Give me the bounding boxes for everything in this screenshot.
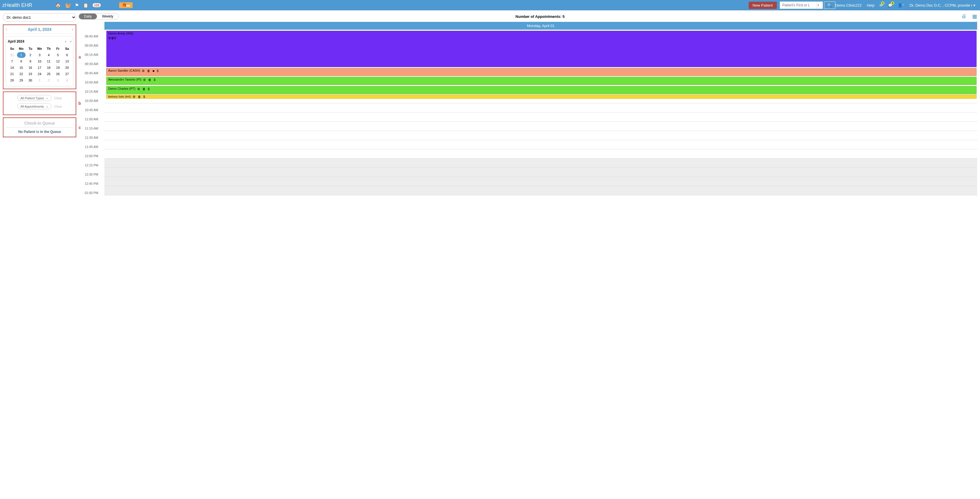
- cal-day[interactable]: 23: [26, 71, 35, 77]
- cal-day[interactable]: 24: [35, 71, 44, 77]
- cal-day[interactable]: 16: [26, 65, 35, 70]
- grid-line[interactable]: [105, 177, 977, 186]
- mail-icon[interactable]: ✉0: [880, 3, 883, 8]
- cal-day[interactable]: 11: [44, 58, 53, 64]
- cal-day[interactable]: 8: [17, 58, 25, 64]
- clear-appointment[interactable]: Clear: [54, 105, 62, 108]
- trash-icon[interactable]: 🗑: [138, 95, 141, 99]
- patient-type-filter[interactable]: All Patient Types⌄: [17, 95, 51, 101]
- grid-line[interactable]: [105, 159, 977, 168]
- dollar-icon[interactable]: $: [154, 78, 155, 82]
- gear-icon[interactable]: ⚙: [137, 87, 140, 91]
- cal-prev-icon[interactable]: ‹: [65, 40, 66, 43]
- gear-icon[interactable]: ⚙: [143, 78, 146, 82]
- trash-icon[interactable]: 🗑: [142, 87, 146, 91]
- appointment-block[interactable]: Alessandro Taranto (PI)⚙🗑$: [106, 77, 977, 85]
- time-slot: 08:45 AM: [78, 30, 105, 39]
- cal-day[interactable]: 28: [8, 77, 16, 83]
- clipboard-icon[interactable]: 📋: [83, 3, 89, 8]
- grid-line[interactable]: [105, 186, 977, 195]
- weekly-toggle[interactable]: Weekly: [97, 14, 119, 19]
- help-link[interactable]: Help: [867, 3, 874, 8]
- dollar-icon[interactable]: $: [143, 95, 145, 99]
- notification-badge[interactable]: 122: [93, 3, 101, 7]
- trash-icon[interactable]: 🗑: [111, 36, 114, 40]
- gear-icon[interactable]: ⚙: [133, 95, 135, 99]
- search-button[interactable]: 🔍: [824, 2, 835, 9]
- cal-day[interactable]: 9: [26, 58, 35, 64]
- dollar-icon[interactable]: $: [114, 36, 116, 40]
- cal-day[interactable]: 21: [8, 71, 16, 77]
- cal-day[interactable]: 29: [17, 77, 25, 83]
- cal-day[interactable]: 19: [54, 65, 62, 70]
- cal-day[interactable]: 27: [63, 71, 72, 77]
- trash-icon[interactable]: 🗑: [148, 78, 151, 82]
- cal-day[interactable]: 22: [17, 71, 25, 77]
- grid-line[interactable]: [105, 131, 977, 140]
- basket-icon[interactable]: 🧺: [65, 3, 71, 8]
- home-icon[interactable]: 🏠: [55, 3, 61, 8]
- cal-day[interactable]: 26: [54, 71, 62, 77]
- chat-icon[interactable]: 💬0: [888, 3, 892, 8]
- cal-day[interactable]: 1: [17, 52, 25, 58]
- user-menu[interactable]: Dr. Demo Doc D.C. , CCPM, provide r ▾: [910, 3, 975, 8]
- cal-day[interactable]: 20: [63, 65, 72, 70]
- print-icon[interactable]: 🖨: [961, 13, 966, 19]
- prev-day-icon[interactable]: ‹: [6, 27, 7, 32]
- cal-day[interactable]: 6: [63, 52, 72, 58]
- appointment-block[interactable]: Demo Annis (INS)⚙🗑$: [106, 31, 977, 67]
- new-patient-button[interactable]: New Patient: [749, 2, 777, 9]
- cal-day[interactable]: 12: [54, 58, 62, 64]
- cal-next-icon[interactable]: ›: [70, 40, 72, 43]
- cal-day[interactable]: 15: [17, 65, 25, 70]
- cal-day[interactable]: 17: [35, 65, 44, 70]
- cal-day[interactable]: 3: [35, 52, 44, 58]
- add-user-icon[interactable]: 👤⁺: [898, 3, 904, 8]
- search-dropdown-icon[interactable]: [817, 2, 823, 9]
- dollar-icon[interactable]: $: [148, 87, 150, 91]
- cal-day[interactable]: 2: [26, 52, 35, 58]
- grid-line[interactable]: [105, 122, 977, 131]
- cal-day[interactable]: 4: [63, 77, 72, 83]
- grid-line[interactable]: [105, 113, 977, 122]
- cal-day[interactable]: 30: [26, 77, 35, 83]
- cal-day[interactable]: 3: [54, 77, 62, 83]
- cal-day[interactable]: 25: [44, 71, 53, 77]
- cal-day[interactable]: 7: [8, 58, 16, 64]
- gear-icon[interactable]: ⚙: [142, 69, 145, 73]
- cal-day[interactable]: 1: [35, 77, 44, 83]
- trash-icon[interactable]: 🗑: [147, 69, 150, 73]
- next-day-icon[interactable]: ›: [72, 27, 73, 32]
- grid-line[interactable]: [105, 103, 977, 113]
- cal-day[interactable]: 13: [63, 58, 72, 64]
- appointment-block[interactable]: Aaron Sandler (CASH)⚙🗑■$: [106, 68, 977, 76]
- cal-day[interactable]: 4: [44, 52, 53, 58]
- appointment-icons: ⚙🗑$: [133, 95, 145, 99]
- gift-button[interactable]: 🎁▬: [119, 2, 133, 8]
- view-toggle: Daily Weekly: [78, 13, 119, 19]
- video-icon[interactable]: ■: [153, 69, 154, 73]
- clinic-name[interactable]: Demo Clinic222: [835, 3, 862, 8]
- appointment-filter[interactable]: All Appointments⌄: [17, 103, 51, 109]
- appointment-block[interactable]: Demo Charles (PT)⚙🗑$: [106, 86, 977, 94]
- schedule-grid[interactable]: Demo Annis (INS)⚙🗑$Aaron Sandler (CASH)⚙…: [105, 30, 977, 209]
- cal-day[interactable]: 18: [44, 65, 53, 70]
- flag-icon[interactable]: ⚑: [75, 3, 79, 8]
- cal-day[interactable]: 31: [8, 52, 16, 58]
- grid-line[interactable]: [105, 140, 977, 149]
- cal-day[interactable]: 2: [44, 77, 53, 83]
- dollar-icon[interactable]: $: [157, 69, 159, 73]
- clear-patient-type[interactable]: Clear: [54, 96, 62, 100]
- cal-day[interactable]: 10: [35, 58, 44, 64]
- appointment-title: Alessandro Taranto (PI): [108, 78, 141, 81]
- grid-view-icon[interactable]: ▦: [972, 13, 977, 19]
- cal-day[interactable]: 5: [54, 52, 62, 58]
- cal-day[interactable]: 14: [8, 65, 16, 70]
- grid-line[interactable]: [105, 149, 977, 159]
- appointment-block[interactable]: Bethany Saltz (INS)⚙🗑$: [106, 95, 977, 99]
- doctor-select[interactable]: Dr. demo doc1: [3, 13, 76, 22]
- patient-search-input[interactable]: [780, 2, 817, 9]
- gear-icon[interactable]: ⚙: [108, 36, 111, 40]
- daily-toggle[interactable]: Daily: [79, 14, 97, 19]
- grid-line[interactable]: [105, 168, 977, 177]
